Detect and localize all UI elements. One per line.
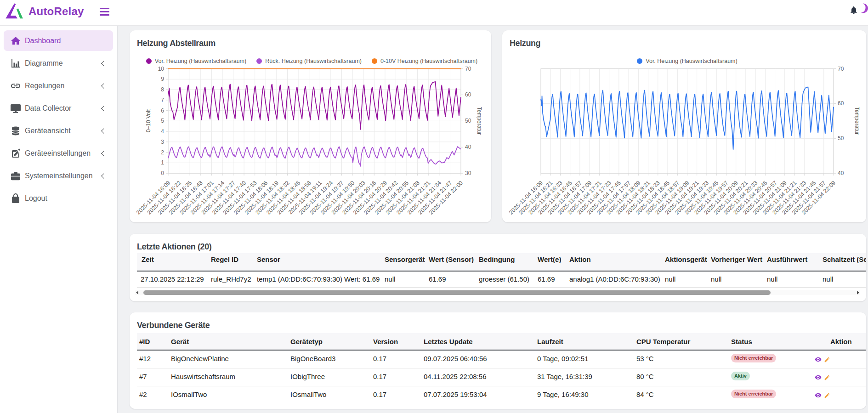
svg-text:7: 7 (161, 97, 164, 103)
svg-text:60: 60 (838, 100, 844, 107)
svg-text:40: 40 (465, 144, 471, 150)
svg-text:8: 8 (161, 86, 164, 93)
svg-text:50: 50 (838, 135, 844, 141)
svg-text:60: 60 (465, 91, 471, 98)
svg-text:10: 10 (158, 66, 165, 72)
svg-text:30: 30 (465, 170, 471, 176)
svg-text:50: 50 (465, 118, 471, 124)
svg-text:1: 1 (161, 159, 164, 166)
svg-text:70: 70 (465, 66, 471, 72)
svg-text:Temperatur: Temperatur (854, 107, 860, 135)
svg-text:2: 2 (161, 149, 164, 156)
svg-text:5: 5 (161, 118, 164, 124)
svg-text:0: 0 (161, 170, 164, 176)
svg-text:Temperatur: Temperatur (476, 107, 482, 135)
svg-text:40: 40 (838, 170, 844, 176)
svg-text:0–10 Volt: 0–10 Volt (145, 109, 152, 132)
svg-text:3: 3 (161, 139, 164, 145)
svg-text:70: 70 (838, 66, 844, 72)
svg-text:4: 4 (161, 128, 164, 135)
svg-text:6: 6 (161, 107, 164, 114)
svg-text:9: 9 (161, 76, 164, 82)
